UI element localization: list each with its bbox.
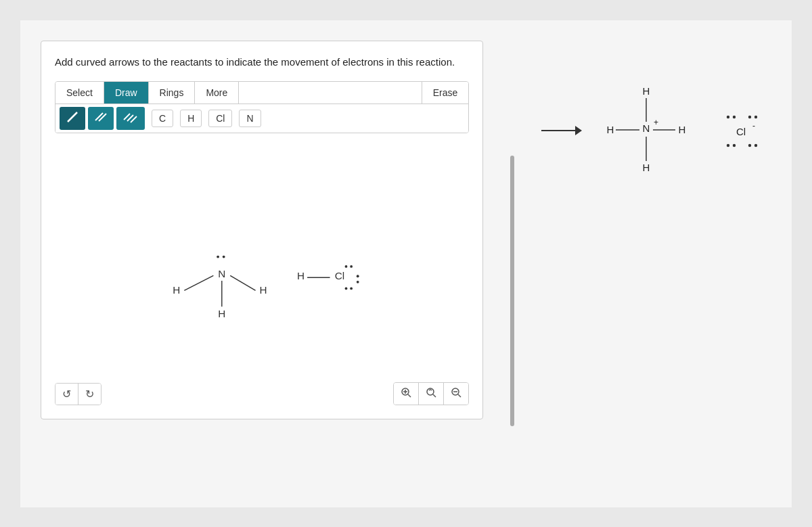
svg-point-16 [357, 275, 359, 277]
reaction-arrow [541, 120, 582, 143]
select-button[interactable]: Select [55, 82, 104, 104]
svg-point-14 [345, 287, 348, 290]
svg-point-6 [217, 255, 219, 258]
toolbar-row1: Select Draw Rings More Erase [55, 82, 468, 104]
svg-line-23 [433, 394, 436, 397]
right-panel: N + H H H H Cl - [541, 81, 771, 183]
svg-point-7 [223, 255, 225, 258]
svg-point-44 [754, 116, 757, 118]
undo-button[interactable]: ↺ [55, 384, 78, 405]
svg-line-1 [95, 113, 103, 120]
svg-text:Cl: Cl [736, 126, 746, 137]
hydrogen-button[interactable]: H [180, 110, 202, 127]
svg-line-2 [99, 114, 106, 121]
divider-bar [510, 156, 514, 426]
zoom-controls-group [393, 382, 469, 405]
svg-line-8 [184, 275, 213, 290]
bottom-controls: ↺ ↻ [55, 382, 469, 405]
nitrogen-button[interactable]: N [239, 110, 261, 127]
svg-text:+: + [654, 118, 658, 127]
svg-point-12 [345, 265, 348, 267]
redo-button[interactable]: ↻ [78, 384, 101, 405]
rings-button[interactable]: Rings [149, 82, 196, 104]
svg-marker-28 [575, 126, 582, 135]
svg-point-46 [733, 144, 736, 147]
svg-text:H: H [643, 162, 650, 173]
svg-line-9 [230, 275, 255, 290]
svg-point-42 [733, 116, 736, 118]
svg-point-43 [748, 116, 751, 118]
nitrogen-atom: N [218, 268, 225, 279]
carbon-button[interactable]: C [152, 110, 173, 127]
h-right-atom: H [260, 284, 267, 296]
instruction-text: Add curved arrows to the reactants to in… [55, 55, 469, 70]
more-button[interactable]: More [195, 82, 239, 104]
svg-text:-: - [752, 121, 755, 131]
zoom-out-button[interactable] [444, 383, 468, 405]
svg-point-47 [748, 144, 751, 147]
erase-button[interactable]: Erase [422, 82, 469, 104]
toolbar-row2: C H Cl N [55, 104, 468, 133]
svg-text:H: H [643, 85, 650, 97]
toolbar: Select Draw Rings More Erase [55, 81, 469, 133]
svg-point-17 [357, 280, 359, 283]
svg-line-25 [458, 394, 461, 397]
triple-bond-button[interactable] [116, 107, 145, 130]
h-left-atom: H [173, 284, 180, 296]
double-bond-button[interactable] [88, 107, 114, 130]
zoom-reset-button[interactable] [419, 383, 444, 405]
svg-point-15 [350, 287, 353, 290]
page-container: Add curved arrows to the reactants to in… [20, 20, 792, 507]
cl-hcl-atom: Cl [335, 270, 344, 281]
draw-button[interactable]: Draw [104, 82, 149, 104]
undo-redo-group: ↺ ↻ [55, 383, 102, 405]
drawing-area[interactable]: N H H H H Cl [55, 147, 469, 376]
product-molecules: N + H H H H Cl - [602, 81, 771, 183]
svg-line-19 [408, 394, 411, 397]
svg-text:H: H [607, 124, 614, 135]
svg-text:N: N [643, 122, 650, 134]
svg-text:H: H [679, 124, 686, 135]
h-bottom-atom: H [218, 308, 225, 319]
svg-point-45 [727, 144, 729, 147]
drawing-tool-panel: Add curved arrows to the reactants to in… [41, 41, 483, 419]
single-bond-button[interactable] [60, 107, 85, 130]
svg-point-13 [350, 265, 353, 267]
h-hcl-atom: H [297, 270, 304, 281]
svg-point-48 [754, 144, 757, 147]
chlorine-button[interactable]: Cl [208, 110, 232, 127]
svg-point-41 [727, 116, 729, 118]
svg-line-0 [68, 112, 77, 122]
zoom-in-button[interactable] [394, 383, 419, 405]
